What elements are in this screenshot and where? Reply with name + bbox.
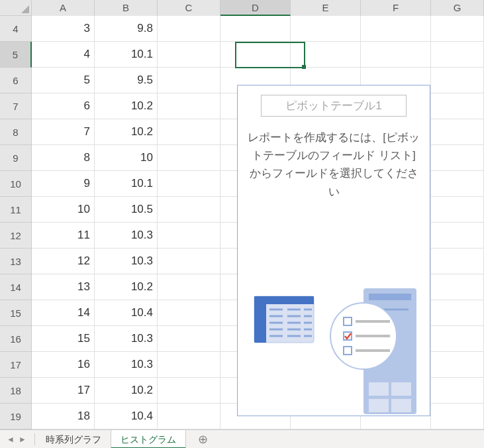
cell[interactable]: 10.2 xyxy=(95,119,158,145)
select-all-corner[interactable] xyxy=(0,0,32,16)
cell[interactable] xyxy=(158,249,220,274)
cell[interactable] xyxy=(431,249,484,274)
cell[interactable] xyxy=(158,16,220,42)
row-header[interactable]: 15 xyxy=(0,300,32,326)
cell[interactable] xyxy=(158,119,220,145)
row-header[interactable]: 7 xyxy=(0,93,32,119)
cell[interactable]: 11 xyxy=(32,223,95,249)
cell[interactable] xyxy=(158,352,220,378)
cell[interactable]: 16 xyxy=(32,352,95,378)
row-header[interactable]: 18 xyxy=(0,378,32,404)
cell[interactable] xyxy=(158,145,220,171)
cell[interactable]: 10.3 xyxy=(95,326,158,352)
cell[interactable]: 10.3 xyxy=(95,223,158,249)
cell[interactable] xyxy=(431,300,484,326)
cell[interactable] xyxy=(158,197,220,223)
row-header[interactable]: 6 xyxy=(0,68,32,93)
cell[interactable] xyxy=(158,300,220,326)
cell[interactable] xyxy=(431,42,484,68)
cell[interactable] xyxy=(431,145,484,171)
cell[interactable] xyxy=(158,68,220,93)
col-header-E[interactable]: E xyxy=(291,0,361,16)
cell[interactable]: 10.3 xyxy=(95,352,158,378)
col-header-F[interactable]: F xyxy=(361,0,431,16)
cell[interactable]: 3 xyxy=(32,16,95,42)
cell[interactable]: 4 xyxy=(32,42,95,68)
cell[interactable] xyxy=(361,16,431,42)
cell[interactable] xyxy=(431,93,484,119)
cell[interactable] xyxy=(431,378,484,404)
tab-prev-icon[interactable]: ◄ xyxy=(7,435,15,444)
sheet-tab-0[interactable]: 時系列グラフ xyxy=(36,430,111,449)
cell[interactable] xyxy=(431,404,484,429)
col-header-D[interactable]: D xyxy=(220,0,291,16)
row-header[interactable]: 14 xyxy=(0,274,32,300)
cell[interactable] xyxy=(431,274,484,300)
row-header[interactable]: 13 xyxy=(0,249,32,274)
cell[interactable]: 10 xyxy=(32,197,95,223)
cell[interactable] xyxy=(158,326,220,352)
cell[interactable]: 10.4 xyxy=(95,300,158,326)
row-header[interactable]: 10 xyxy=(0,171,32,197)
col-header-B[interactable]: B xyxy=(95,0,158,16)
cell[interactable] xyxy=(431,326,484,352)
cell[interactable] xyxy=(158,93,220,119)
col-header-C[interactable]: C xyxy=(158,0,220,16)
cell[interactable]: 8 xyxy=(32,145,95,171)
cell[interactable] xyxy=(431,119,484,145)
cell[interactable] xyxy=(431,68,484,93)
col-header-G[interactable]: G xyxy=(431,0,484,16)
cell[interactable]: 5 xyxy=(32,68,95,93)
cell[interactable] xyxy=(291,42,361,68)
cell[interactable]: 10.1 xyxy=(95,171,158,197)
cell[interactable] xyxy=(220,16,291,42)
row-header[interactable]: 17 xyxy=(0,352,32,378)
cell[interactable] xyxy=(158,378,220,404)
sheet-tab-1[interactable]: ヒストグラム xyxy=(111,430,186,449)
cell[interactable] xyxy=(158,171,220,197)
row-header[interactable]: 4 xyxy=(0,16,32,42)
cell[interactable] xyxy=(431,171,484,197)
cell[interactable]: 10.2 xyxy=(95,93,158,119)
row-header[interactable]: 12 xyxy=(0,223,32,249)
cell[interactable] xyxy=(431,16,484,42)
row-header[interactable]: 19 xyxy=(0,404,32,429)
cell[interactable] xyxy=(291,16,361,42)
cell[interactable]: 10 xyxy=(95,145,158,171)
cell[interactable] xyxy=(158,274,220,300)
pivot-table-placeholder[interactable]: ピボットテーブル1 レポートを作成するには、[ピボットテーブルのフィールド リス… xyxy=(237,85,430,416)
cell[interactable]: 10.2 xyxy=(95,378,158,404)
cell[interactable]: 12 xyxy=(32,249,95,274)
row-header[interactable]: 16 xyxy=(0,326,32,352)
col-header-A[interactable]: A xyxy=(32,0,95,16)
cell[interactable]: 10.5 xyxy=(95,197,158,223)
row-header[interactable]: 8 xyxy=(0,119,32,145)
cell[interactable]: 10.3 xyxy=(95,249,158,274)
row-header[interactable]: 5 xyxy=(0,42,32,68)
cell[interactable] xyxy=(361,42,431,68)
cell[interactable]: 10.1 xyxy=(95,42,158,68)
cell[interactable] xyxy=(220,42,291,68)
row-header[interactable]: 9 xyxy=(0,145,32,171)
row-header[interactable]: 11 xyxy=(0,197,32,223)
cell[interactable]: 10.4 xyxy=(95,404,158,429)
cell[interactable] xyxy=(431,223,484,249)
cell[interactable]: 17 xyxy=(32,378,95,404)
cell[interactable]: 9 xyxy=(32,171,95,197)
cell[interactable] xyxy=(158,223,220,249)
cell[interactable] xyxy=(158,42,220,68)
tab-nav[interactable]: ◄ ► xyxy=(0,435,33,444)
cell[interactable]: 13 xyxy=(32,274,95,300)
cell[interactable] xyxy=(158,404,220,429)
add-sheet-button[interactable]: ⊕ xyxy=(198,432,208,447)
cell[interactable]: 9.5 xyxy=(95,68,158,93)
cell[interactable]: 6 xyxy=(32,93,95,119)
cell[interactable] xyxy=(431,352,484,378)
cell[interactable]: 10.2 xyxy=(95,274,158,300)
cell[interactable]: 14 xyxy=(32,300,95,326)
cell[interactable]: 9.8 xyxy=(95,16,158,42)
cell[interactable] xyxy=(431,197,484,223)
cell[interactable]: 18 xyxy=(32,404,95,429)
cell[interactable]: 15 xyxy=(32,326,95,352)
cell[interactable]: 7 xyxy=(32,119,95,145)
